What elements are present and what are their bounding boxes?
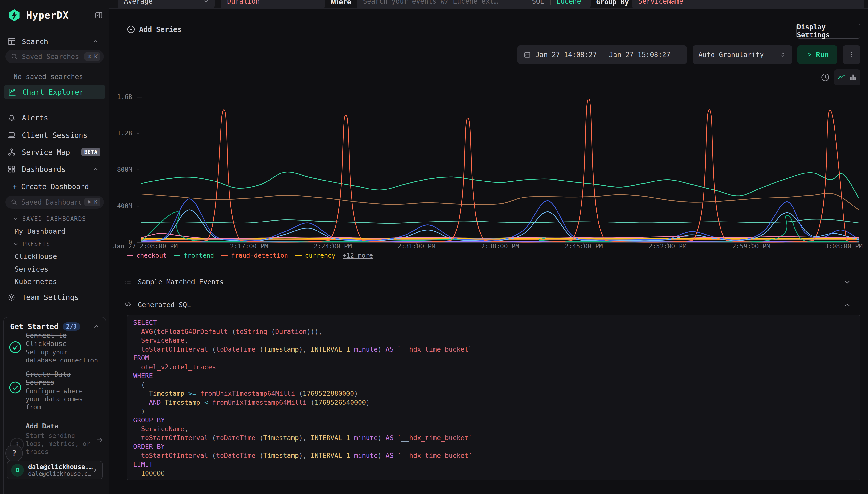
sql-line: (: [133, 380, 860, 390]
series-frontend: [141, 172, 859, 198]
sidebar-item-label: Team Settings: [22, 293, 79, 302]
sidebar-item-chart-explorer[interactable]: Chart Explorer: [4, 85, 105, 99]
search-input[interactable]: Search your events w/ Lucene ext… SQL | …: [356, 0, 591, 8]
presets-group[interactable]: PRESETS: [13, 241, 50, 247]
step-title[interactable]: Add Data: [26, 422, 101, 431]
sql-toggle[interactable]: SQL: [532, 0, 544, 5]
chart-type-toggle: [834, 70, 861, 86]
field-input[interactable]: Duration: [221, 0, 325, 8]
sql-line: AND Timestamp < fromUnixTimestamp64Milli…: [133, 398, 860, 407]
chevron-up-icon[interactable]: [844, 301, 851, 309]
sql-line: FROM: [133, 354, 860, 363]
avatar: D: [11, 464, 24, 477]
legend-item[interactable]: fraud-detection: [221, 252, 288, 259]
generated-sql-code[interactable]: SELECT AVG(toFloat64OrDefault (toString …: [127, 315, 861, 480]
legend-items: checkout frontend fraud-detection curren…: [127, 252, 335, 259]
kebab-menu-icon: [848, 51, 855, 58]
display-settings-button[interactable]: Display Settings: [796, 23, 861, 39]
chart-legend: checkout frontend fraud-detection curren…: [127, 252, 373, 259]
run-button[interactable]: Run: [797, 45, 837, 64]
group-by-input[interactable]: ServiceName: [632, 0, 864, 8]
sidebar-item-service-map[interactable]: Service Map BETA: [7, 146, 102, 158]
chevron-up-icon[interactable]: [93, 323, 100, 330]
sidebar-item-dashboards[interactable]: Dashboards: [7, 163, 102, 175]
chevron-right-icon: [92, 467, 98, 474]
calendar-icon: [523, 51, 531, 58]
sidebar-item-team-settings[interactable]: Team Settings: [7, 291, 102, 303]
sidebar-item-services[interactable]: Services: [15, 265, 49, 273]
toggle-divider: |: [548, 0, 553, 5]
sample-matched-events-header[interactable]: Sample Matched Events: [138, 278, 224, 286]
beta-badge: BETA: [81, 148, 100, 156]
saved-dashboards-placeholder: Saved Dashboards: [21, 198, 80, 206]
collapse-sidebar-icon[interactable]: [95, 11, 103, 19]
chevron-down-icon[interactable]: [844, 279, 851, 286]
sql-line: toStartOfInterval (toDateTime (Timestamp…: [133, 434, 860, 442]
lucene-toggle[interactable]: Lucene: [557, 0, 581, 5]
sidebar-item-my-dashboard[interactable]: My Dashboard: [15, 227, 65, 235]
laptop-icon: [7, 131, 16, 139]
step-title[interactable]: Connect to ClickHouse: [26, 331, 101, 348]
legend-item[interactable]: currency: [295, 252, 335, 259]
series-checkout: [141, 233, 859, 238]
sidebar-item-search[interactable]: Search: [7, 35, 102, 48]
x-tick-label: 2:31:00 PM: [398, 243, 436, 250]
sidebar-item-label: Dashboards: [22, 165, 66, 173]
generated-sql-header[interactable]: Generated SQL: [138, 301, 191, 309]
aggregation-select[interactable]: Average: [118, 0, 215, 8]
brand[interactable]: HyperDX: [8, 9, 69, 22]
saved-dashboards-input[interactable]: Saved Dashboards ⌘ K: [5, 195, 104, 209]
sql-line: Timestamp >= fromUnixTimestamp64Milli (1…: [133, 389, 860, 398]
step-title[interactable]: Create Data Sources: [26, 370, 101, 387]
clock-icon[interactable]: [821, 73, 830, 82]
saved-searches-input[interactable]: Saved Searches ⌘ K: [5, 50, 104, 63]
hyperdx-app: Average Duration Where Search your event…: [0, 0, 868, 494]
series-svc-blue: [141, 199, 859, 241]
group-header-label: PRESETS: [22, 241, 50, 247]
sql-line: LIMIT: [133, 460, 860, 469]
legend-item[interactable]: checkout: [127, 252, 167, 259]
granularity-select[interactable]: Auto Granularity: [693, 45, 792, 64]
user-name: dale@clickhouse.…: [28, 463, 93, 471]
legend-more-link[interactable]: +12 more: [343, 252, 373, 259]
arrow-right-icon[interactable]: [96, 436, 104, 444]
sidebar-item-clickhouse[interactable]: ClickHouse: [15, 252, 57, 261]
gear-icon: [7, 293, 16, 302]
create-dashboard-button[interactable]: + Create Dashboard: [13, 183, 89, 191]
sidebar-item-kubernetes[interactable]: Kubernetes: [15, 278, 57, 286]
x-tick-label: 2:17:00 PM: [230, 243, 268, 250]
chevron-up-icon[interactable]: [92, 38, 99, 45]
sql-line: 100000: [133, 469, 860, 478]
sql-line: otel_v2.otel_traces: [133, 363, 860, 372]
timeseries-chart[interactable]: [137, 95, 864, 246]
x-tick-label: 2:52:00 PM: [649, 243, 687, 250]
field-value: Duration: [227, 0, 260, 5]
sidebar-item-label: Search: [22, 37, 48, 46]
more-options-button[interactable]: [843, 45, 861, 64]
user-menu[interactable]: D dale@clickhouse.… dale@clickhouse.c…: [7, 461, 103, 479]
chevron-down-icon: [13, 216, 19, 222]
date-range-value: Jan 27 14:08:27 - Jan 27 15:08:27: [535, 51, 670, 59]
legend-item[interactable]: frontend: [174, 252, 214, 259]
search-placeholder: Search your events w/ Lucene ext…: [363, 0, 498, 5]
chevron-updown-icon: [779, 51, 786, 58]
get-started-header[interactable]: Get Started 2/3: [10, 322, 100, 331]
line-chart-icon[interactable]: [837, 73, 846, 82]
add-series-button[interactable]: Add Series: [127, 25, 182, 34]
saved-dashboards-group[interactable]: SAVED DASHBOARDS: [13, 215, 86, 222]
date-range-picker[interactable]: Jan 27 14:08:27 - Jan 27 15:08:27: [518, 45, 687, 64]
series-fraud-detection: [141, 99, 859, 242]
service-map-icon: [7, 148, 16, 156]
sidebar-item-alerts[interactable]: Alerts: [7, 112, 102, 124]
chevron-up-icon[interactable]: [92, 166, 99, 172]
aggregation-value: Average: [124, 0, 153, 5]
sidebar-item-client-sessions[interactable]: Client Sessions: [7, 129, 102, 141]
step-desc: Set up your database connection: [26, 348, 101, 364]
query-language-toggle[interactable]: SQL | Lucene: [532, 0, 581, 5]
plus-circle-icon: [127, 25, 135, 34]
help-button[interactable]: ?: [5, 444, 23, 462]
sidebar: HyperDX Search Saved Searches ⌘ K No sav…: [0, 0, 110, 494]
bar-chart-icon[interactable]: [849, 73, 857, 81]
legend-swatch: [221, 255, 228, 256]
sql-line: GROUP BY: [133, 416, 860, 425]
